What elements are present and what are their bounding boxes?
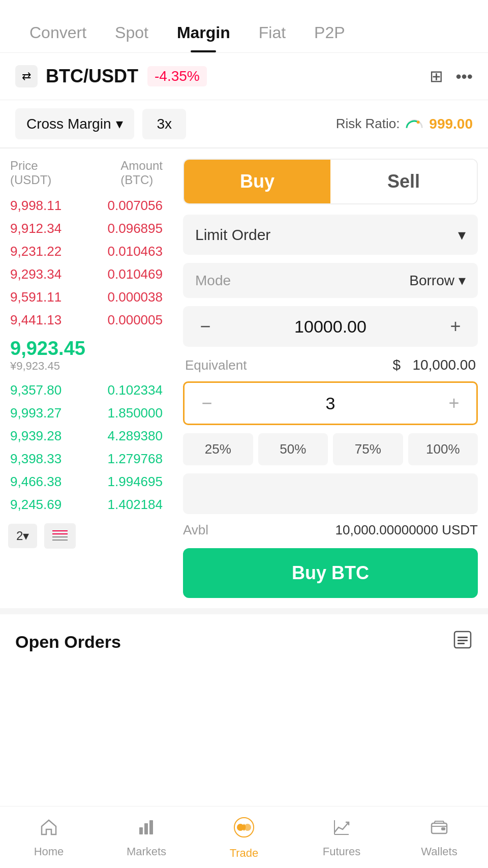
trade-label: Trade <box>230 847 259 860</box>
svg-rect-8 <box>458 643 465 644</box>
svg-rect-9 <box>139 827 143 834</box>
wallets-label: Wallets <box>421 845 457 858</box>
nav-spot[interactable]: Spot <box>101 14 163 52</box>
chart-toggle-icon[interactable]: ⊞ <box>430 67 443 86</box>
sell-amount: 0.010463 <box>108 244 163 259</box>
percent-75-button[interactable]: 75% <box>333 433 403 465</box>
buy-price: 9,939.28 <box>10 428 62 444</box>
sell-amount: 0.000005 <box>108 312 163 328</box>
price-input[interactable] <box>220 317 441 337</box>
buy-order-row: 9,398.33 1.279768 <box>8 447 165 470</box>
ticker-actions: ⊞ ••• <box>430 67 473 86</box>
sell-price: 9,998.11 <box>10 198 62 214</box>
sell-price: 9,591.11 <box>10 289 62 305</box>
buy-amount: 1.402184 <box>108 497 163 513</box>
open-orders-header: Open Orders <box>15 630 473 654</box>
cross-margin-button[interactable]: Cross Margin ▾ <box>15 108 134 139</box>
bottom-nav: Home Markets Trade <box>0 806 488 868</box>
sell-order-row: 9,293.34 0.010469 <box>8 263 165 286</box>
open-orders-icon[interactable] <box>452 630 473 654</box>
buy-price: 9,245.69 <box>10 497 62 513</box>
svg-rect-1 <box>52 530 68 531</box>
price-increase-button[interactable]: + <box>441 312 470 341</box>
buy-tab[interactable]: Buy <box>184 160 330 203</box>
buy-order-row: 9,357.80 0.102334 <box>8 379 165 402</box>
risk-ratio-label: Risk Ratio: <box>336 116 400 132</box>
top-nav: Convert Spot Margin Fiat P2P <box>0 0 488 53</box>
swap-icon[interactable]: ⇄ <box>15 65 38 87</box>
total-input-row[interactable] <box>183 473 478 514</box>
buy-amount: 1.279768 <box>108 451 163 467</box>
order-book-header: Price(USDT) Amount(BTC) <box>8 159 165 187</box>
nav-tab-futures[interactable]: Futures <box>293 806 390 868</box>
wallets-icon <box>430 818 448 841</box>
nav-fiat[interactable]: Fiat <box>245 14 300 52</box>
quantity-decrease-button[interactable]: − <box>193 389 221 417</box>
buy-order-row: 9,939.28 4.289380 <box>8 425 165 447</box>
order-type-select[interactable]: Limit Order ▾ <box>183 215 478 255</box>
percent-100-button[interactable]: 100% <box>408 433 478 465</box>
buy-order-row: 9,245.69 1.402184 <box>8 493 165 516</box>
svg-rect-10 <box>144 823 148 834</box>
percent-50-button[interactable]: 50% <box>258 433 328 465</box>
trade-panel: Buy Sell Limit Order ▾ Mode Borrow ▾ − +… <box>173 159 488 598</box>
equivalent-label: Equivalent <box>185 357 247 373</box>
buy-price: 9,466.38 <box>10 474 62 490</box>
sell-order-row: 9,912.34 0.096895 <box>8 217 165 240</box>
buy-price: 9,993.27 <box>10 405 62 421</box>
sell-amount: 0.096895 <box>108 221 163 236</box>
svg-point-0 <box>417 121 420 124</box>
ticker-row: ⇄ BTC/USDT -4.35% ⊞ ••• <box>0 53 488 100</box>
risk-ratio-value: 999.00 <box>429 116 473 132</box>
decimal-select[interactable]: 2▾ <box>8 524 37 548</box>
nav-p2p[interactable]: P2P <box>300 14 359 52</box>
nav-convert[interactable]: Convert <box>15 14 101 52</box>
nav-tab-home[interactable]: Home <box>0 806 98 868</box>
trade-icon <box>233 817 255 843</box>
cross-margin-chevron-icon: ▾ <box>116 115 123 132</box>
gauge-icon <box>405 114 424 134</box>
svg-rect-11 <box>149 820 153 834</box>
current-price: 9,923.45 ¥9,923.45 <box>8 332 165 379</box>
buy-amount: 1.850000 <box>108 405 163 421</box>
sell-order-row: 9,998.11 0.007056 <box>8 194 165 217</box>
futures-icon <box>332 818 351 841</box>
sell-amount: 0.010469 <box>108 266 163 282</box>
main-content: Price(USDT) Amount(BTC) 9,998.11 0.00705… <box>0 148 488 608</box>
price-input-row: − + <box>183 306 478 347</box>
order-book-footer: 2▾ <box>8 523 165 549</box>
mode-row: Mode Borrow ▾ <box>183 263 478 298</box>
buy-amount: 1.994695 <box>108 474 163 490</box>
mode-value[interactable]: Borrow ▾ <box>409 272 466 289</box>
quantity-increase-button[interactable]: + <box>440 389 468 417</box>
svg-rect-2 <box>52 533 68 534</box>
quantity-input[interactable] <box>221 394 440 413</box>
buy-btc-button[interactable]: Buy BTC <box>183 548 478 598</box>
buy-sell-tabs: Buy Sell <box>183 159 478 204</box>
avbl-label: Avbl <box>183 522 208 538</box>
equivalent-value: $ 10,000.00 <box>393 357 476 373</box>
home-icon <box>40 818 58 841</box>
nav-tab-markets[interactable]: Markets <box>98 806 195 868</box>
markets-icon <box>137 818 156 841</box>
sell-order-row: 9,591.11 0.000038 <box>8 286 165 309</box>
sell-order-row: 9,441.13 0.000005 <box>8 309 165 332</box>
amount-col-header: Amount(BTC) <box>120 159 163 187</box>
percent-25-button[interactable]: 25% <box>183 433 253 465</box>
nav-tab-wallets[interactable]: Wallets <box>390 806 488 868</box>
nav-margin[interactable]: Margin <box>163 14 245 52</box>
buy-price: 9,398.33 <box>10 451 62 467</box>
cross-margin-label: Cross Margin <box>26 116 111 132</box>
sell-tab[interactable]: Sell <box>330 160 477 203</box>
more-options-icon[interactable]: ••• <box>455 67 473 86</box>
ticker-symbol: BTC/USDT <box>46 66 138 87</box>
leverage-button[interactable]: 3x <box>142 109 186 139</box>
quantity-input-row: − + <box>183 381 478 425</box>
buy-order-row: 9,466.38 1.994695 <box>8 470 165 493</box>
price-decrease-button[interactable]: − <box>191 312 220 341</box>
buy-price: 9,357.80 <box>10 382 62 398</box>
nav-tab-trade[interactable]: Trade <box>195 806 293 868</box>
chart-style-icon[interactable] <box>44 523 76 549</box>
buy-amount: 4.289380 <box>108 428 163 444</box>
bottom-wrapper: Insert the quantity: 3 Home Markets <box>0 831 488 868</box>
